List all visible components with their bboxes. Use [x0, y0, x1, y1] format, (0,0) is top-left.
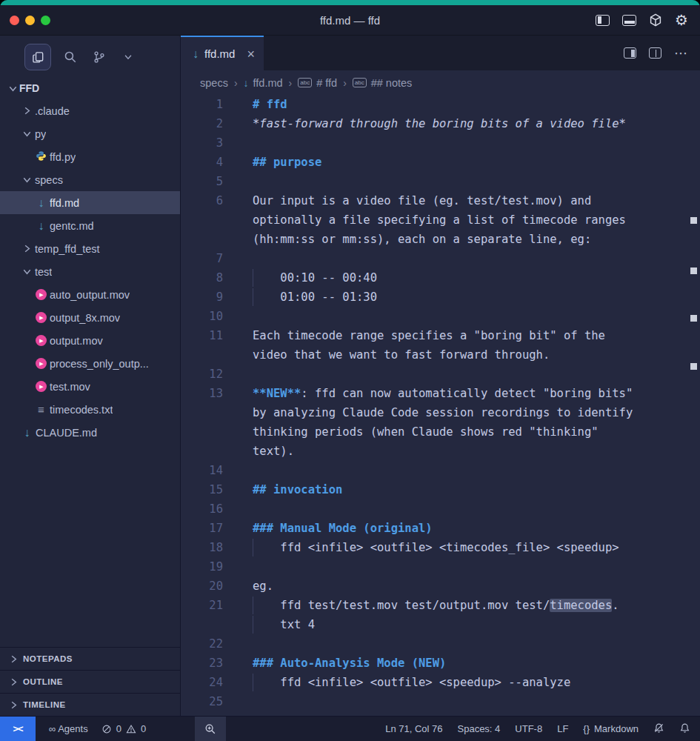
sidebar-bottom-sections: NOTEPADS OUTLINE TIMELINE — [0, 647, 180, 716]
warning-triangle-icon — [126, 724, 136, 734]
close-window-button[interactable] — [10, 16, 19, 25]
line-number: 10 — [181, 307, 223, 326]
breadcrumb-label: # ffd — [316, 77, 337, 89]
tree-root-ffd[interactable]: FFD — [0, 77, 180, 99]
indentation-setting[interactable]: Spaces: 4 — [458, 723, 501, 734]
tree-item-temp_ffd_test[interactable]: temp_ffd_test — [0, 237, 180, 260]
tree-item-test.mov[interactable]: ▶test.mov — [0, 375, 180, 398]
magnifier-plus-icon — [204, 723, 216, 735]
agents-status[interactable]: ∞ Agents — [49, 723, 88, 734]
minimize-window-button[interactable] — [25, 16, 35, 25]
tree-item-ffd.md[interactable]: ↓ffd.md — [0, 191, 180, 214]
line-number — [181, 210, 223, 230]
line-number: 6 — [181, 191, 223, 210]
file-label: test — [35, 266, 52, 278]
line-number: 26 — [181, 711, 223, 716]
chevron-down-icon — [20, 127, 33, 141]
settings-gear-icon[interactable]: ⚙ — [675, 13, 688, 27]
split-editor-icon[interactable] — [649, 47, 661, 59]
symbol-string-icon: abc — [298, 78, 312, 87]
breadcrumb-label: specs — [200, 77, 228, 89]
file-label: process_only_outp... — [50, 358, 149, 370]
tree-item-auto_output.mov[interactable]: ▶auto_output.mov — [0, 283, 180, 306]
line-number: 21 — [181, 596, 223, 615]
code-line: 11Each timecode range specifies a "borin… — [181, 326, 700, 345]
bell-slash-icon[interactable] — [653, 722, 664, 736]
section-label: OUTLINE — [23, 677, 63, 686]
markdown-file-icon: ↓ — [34, 197, 48, 209]
toggle-panel-icon[interactable] — [622, 15, 636, 26]
line-number: 4 — [181, 153, 223, 172]
file-label: py — [35, 128, 46, 140]
encoding-setting[interactable]: UTF-8 — [515, 723, 542, 734]
more-actions-icon[interactable]: ⋯ — [674, 50, 688, 57]
code-line: 19 — [181, 557, 700, 576]
tree-item-.claude[interactable]: .claude — [0, 99, 180, 122]
code-line: thinking periods (when Claude shows red … — [181, 422, 700, 442]
tree-item-ffd.py[interactable]: ffd.py — [0, 145, 180, 168]
window-accent-strip — [0, 0, 700, 5]
code-editor[interactable]: 1# ffd2*fast-forward through the boring … — [181, 95, 700, 716]
code-line: 3 — [181, 133, 700, 153]
line-number: 5 — [181, 172, 223, 191]
problems-status[interactable]: 0 0 — [101, 723, 146, 734]
remote-indicator[interactable]: >< — [0, 717, 36, 741]
tree-item-CLAUDE.md[interactable]: ↓CLAUDE.md — [0, 421, 180, 444]
code-line: 2*fast-forward through the boring bits o… — [181, 114, 700, 133]
language-label: Markdown — [594, 723, 639, 734]
eol-setting[interactable]: LF — [557, 723, 568, 734]
chevron-right-icon — [20, 242, 33, 256]
breadcrumb-item[interactable]: abc# ffd — [298, 77, 337, 89]
tab-ffd.md[interactable]: ↓ ffd.md × — [181, 36, 264, 70]
tree-item-gentc.md[interactable]: ↓gentc.md — [0, 214, 180, 237]
line-number: 12 — [181, 365, 223, 384]
extension-box-icon[interactable] — [649, 13, 662, 27]
tree-item-test[interactable]: test — [0, 260, 180, 283]
language-mode[interactable]: {}Markdown — [583, 723, 639, 734]
root-label: FFD — [19, 82, 39, 94]
tree-item-process_only_outp...[interactable]: ▶process_only_outp... — [0, 352, 180, 375]
toggle-sidebar-icon[interactable] — [596, 15, 610, 26]
tree-item-output_8x.mov[interactable]: ▶output_8x.mov — [0, 306, 180, 329]
tree-item-timecodes.txt[interactable]: ≡timecodes.txt — [0, 398, 180, 421]
breadcrumb-item[interactable]: specs — [200, 77, 228, 89]
line-number: 23 — [181, 654, 223, 673]
breadcrumb-item[interactable]: abc## notes — [353, 77, 413, 89]
code-line: 26 — [181, 711, 700, 716]
cursor-position[interactable]: Ln 71, Col 76 — [385, 723, 442, 734]
section-notepads[interactable]: NOTEPADS — [0, 647, 180, 670]
zoom-window-button[interactable] — [41, 16, 50, 25]
line-number: 7 — [181, 249, 223, 268]
source-control-icon[interactable] — [90, 47, 109, 67]
section-label: NOTEPADS — [23, 654, 73, 663]
close-icon[interactable]: × — [247, 47, 255, 61]
line-number: 8 — [181, 268, 223, 288]
line-number: 17 — [181, 519, 223, 538]
breadcrumb-label: ffd.md — [253, 77, 283, 89]
breadcrumb-separator: › — [343, 77, 347, 89]
tree-item-specs[interactable]: specs — [0, 168, 180, 191]
section-outline[interactable]: OUTLINE — [0, 670, 180, 693]
line-number: 11 — [181, 326, 223, 345]
file-label: gentc.md — [50, 220, 94, 232]
tree-item-py[interactable]: py — [0, 122, 180, 145]
chevron-down-icon — [20, 173, 33, 187]
line-number: 24 — [181, 673, 223, 692]
tree-item-output.mov[interactable]: ▶output.mov — [0, 329, 180, 352]
markdown-file-icon: ↓ — [34, 220, 48, 232]
search-icon[interactable] — [61, 47, 80, 67]
zoom-button[interactable] — [195, 717, 226, 741]
video-file-icon: ▶ — [34, 312, 48, 323]
error-count: 0 — [116, 723, 121, 734]
open-changes-icon[interactable] — [624, 47, 636, 59]
chevron-down-icon — [6, 82, 19, 95]
code-line: 5 — [181, 172, 700, 191]
code-line: 10 — [181, 307, 700, 326]
file-tree: .claudepyffd.pyspecs↓ffd.md↓gentc.mdtemp… — [0, 99, 180, 444]
breadcrumb-item[interactable]: ↓ffd.md — [244, 77, 283, 89]
line-number: 2 — [181, 114, 223, 133]
section-timeline[interactable]: TIMELINE — [0, 693, 180, 716]
bell-icon[interactable] — [679, 722, 690, 736]
explorer-icon[interactable] — [24, 44, 51, 70]
chevron-down-icon[interactable] — [119, 47, 138, 67]
